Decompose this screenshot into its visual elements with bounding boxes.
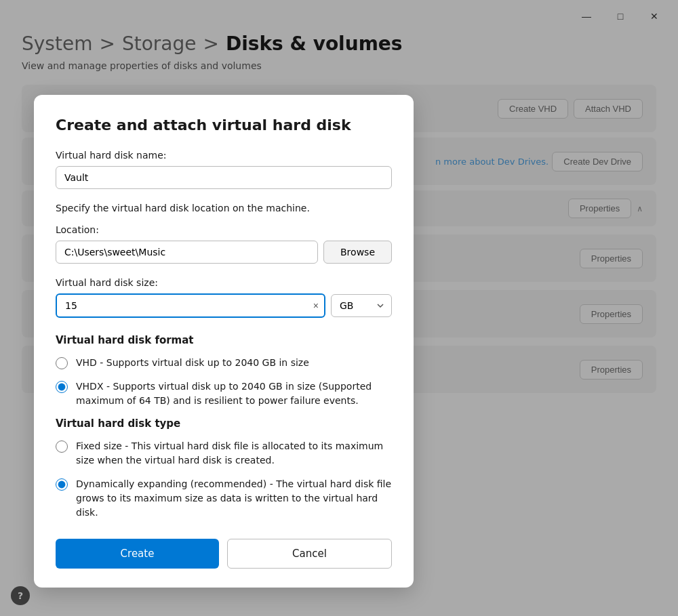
size-input[interactable] [56,293,325,318]
vhdx-label: VHDX - Supports virtual disk up to 2040 … [76,379,392,408]
location-input[interactable] [56,241,318,264]
name-input[interactable] [56,166,392,189]
unit-select[interactable]: GB MB TB [331,294,392,317]
size-row: × GB MB TB [56,293,392,318]
dialog-footer: Create Cancel [56,539,392,569]
size-input-wrap: × [56,293,325,318]
size-clear-button[interactable]: × [313,300,319,311]
location-row: Browse [56,241,392,264]
vhd-option: VHD - Supports virtual disk up to 2040 G… [56,356,392,370]
vhd-radio[interactable] [56,357,68,369]
size-label: Virtual hard disk size: [56,277,392,288]
fixed-radio[interactable] [56,440,68,453]
cancel-button[interactable]: Cancel [227,539,392,569]
dialog-title: Create and attach virtual hard disk [56,117,392,134]
fixed-label: Fixed size - This virtual hard disk file… [76,439,392,468]
dynamic-label: Dynamically expanding (recommended) - Th… [76,477,392,520]
vhd-label: VHD - Supports virtual disk up to 2040 G… [76,356,309,370]
name-label: Virtual hard disk name: [56,150,392,161]
dynamic-option: Dynamically expanding (recommended) - Th… [56,477,392,520]
fixed-option: Fixed size - This virtual hard disk file… [56,439,392,468]
location-description: Specify the virtual hard disk location o… [56,203,392,213]
location-label: Location: [56,224,392,235]
browse-button[interactable]: Browse [323,241,392,264]
dynamic-radio[interactable] [56,478,68,491]
create-vhd-dialog: Create and attach virtual hard disk Virt… [34,95,414,588]
vhdx-option: VHDX - Supports virtual disk up to 2040 … [56,379,392,408]
type-heading: Virtual hard disk type [56,417,392,430]
format-heading: Virtual hard disk format [56,334,392,346]
create-button[interactable]: Create [56,539,219,569]
vhdx-radio[interactable] [56,381,68,393]
